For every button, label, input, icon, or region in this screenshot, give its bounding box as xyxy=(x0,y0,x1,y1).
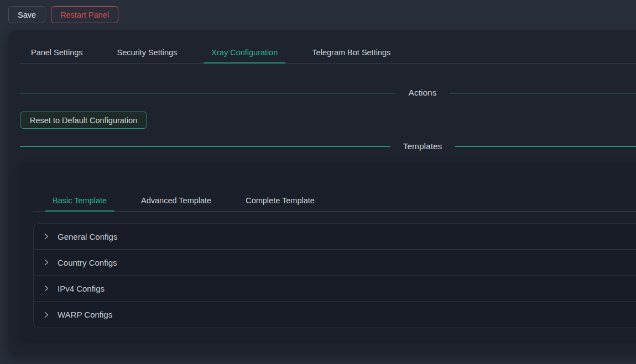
divider-line xyxy=(450,93,636,93)
actions-divider-title: Actions xyxy=(409,88,437,98)
accordion-country-configs[interactable]: Country Configs xyxy=(34,250,636,276)
save-button[interactable]: Save xyxy=(8,6,45,23)
chevron-right-icon xyxy=(43,285,50,292)
tab-content: Actions Reset to Default Configuration T… xyxy=(8,87,636,340)
tab-security-settings[interactable]: Security Settings xyxy=(110,41,185,63)
settings-card: Panel Settings Security Settings Xray Co… xyxy=(8,30,636,355)
restart-panel-button[interactable]: Restart Panel xyxy=(51,6,118,23)
accordion-label: WARP Configs xyxy=(58,310,112,319)
templates-tabbar: Basic Template Advanced Template Complet… xyxy=(33,189,636,212)
topbar: Save Restart Panel xyxy=(0,0,636,30)
tab-panel-settings[interactable]: Panel Settings xyxy=(23,41,91,63)
chevron-right-icon xyxy=(43,259,50,266)
page: Save Restart Panel Panel Settings Securi… xyxy=(0,0,636,364)
accordion-ipv4-configs[interactable]: IPv4 Configs xyxy=(34,276,636,302)
tab-xray-configuration[interactable]: Xray Configuration xyxy=(204,41,285,63)
templates-card: Basic Template Advanced Template Complet… xyxy=(20,163,636,340)
templates-divider: Templates xyxy=(20,140,636,152)
accordion-general-configs[interactable]: General Configs xyxy=(34,224,636,250)
accordion-warp-configs[interactable]: WARP Configs xyxy=(34,302,636,328)
reset-default-config-button[interactable]: Reset to Default Configuration xyxy=(20,112,147,129)
chevron-right-icon xyxy=(43,233,50,240)
accordion-label: IPv4 Configs xyxy=(58,284,105,293)
tab-complete-template[interactable]: Complete Template xyxy=(238,189,322,211)
divider-line xyxy=(455,146,636,147)
actions-row: Reset to Default Configuration xyxy=(20,112,636,129)
accordion-label: Country Configs xyxy=(58,258,117,267)
tab-telegram-bot-settings[interactable]: Telegram Bot Settings xyxy=(304,41,398,63)
divider-line xyxy=(20,146,390,147)
configs-accordion: General Configs Country Configs IPv4 Con… xyxy=(33,223,636,328)
tab-basic-template[interactable]: Basic Template xyxy=(45,189,114,211)
tab-advanced-template[interactable]: Advanced Template xyxy=(133,189,219,211)
divider-line xyxy=(20,93,395,93)
chevron-right-icon xyxy=(43,312,50,318)
settings-tabbar: Panel Settings Security Settings Xray Co… xyxy=(20,41,636,64)
templates-divider-title: Templates xyxy=(403,141,442,151)
accordion-label: General Configs xyxy=(58,232,117,241)
actions-divider: Actions xyxy=(20,87,636,99)
